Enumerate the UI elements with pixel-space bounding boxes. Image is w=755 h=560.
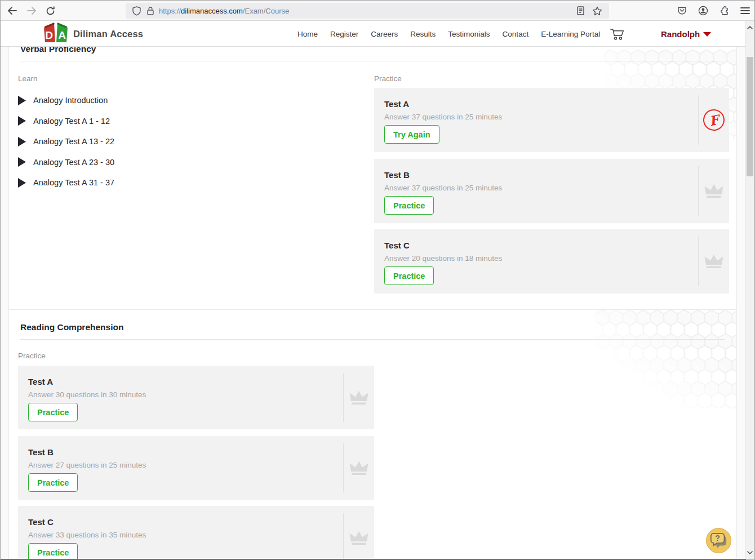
play-icon [18,137,26,146]
test-subtitle: Answer 37 questions in 25 minutes [384,184,502,192]
scrollbar-thumb[interactable] [747,57,753,176]
page-content: Verbal Proficiency Learn Analogy Introdu… [1,47,746,560]
url-domain: dilimanaccess.com [181,7,243,15]
practice-button[interactable]: Practice [384,196,434,215]
test-subtitle: Answer 33 questions in 35 minutes [28,531,146,539]
card-side-panel [343,506,374,560]
cart-icon[interactable] [610,27,627,43]
divider [20,61,725,61]
test-title: Test C [384,241,410,250]
nav-contact[interactable]: Contact [503,30,529,38]
card-side-panel: F [698,88,729,152]
nav-home[interactable]: Home [297,30,318,38]
crown-icon [703,183,725,199]
practice-column-label: Practice [18,352,46,360]
try-again-button[interactable]: Try Again [384,125,439,144]
test-title: Test B [28,447,54,457]
site-header: D A Diliman Access Home Register Careers… [1,21,746,47]
browser-toolbar: https://dilimanaccess.com/Exam/Course [1,1,755,21]
url-bar[interactable]: https://dilimanaccess.com/Exam/Course [126,3,609,19]
crown-icon [348,460,370,477]
scroll-up-icon[interactable] [745,23,754,33]
test-title: Test C [28,517,54,527]
test-title: Test A [28,377,53,386]
learn-item-label: Analogy Test A 13 - 22 [33,137,114,146]
card-side-panel [343,366,374,429]
svg-text:?: ? [715,534,720,543]
card-side-panel [343,436,374,500]
back-icon[interactable] [7,6,17,15]
crown-icon [703,253,725,270]
divider [20,339,725,340]
play-icon [18,116,26,126]
chevron-down-icon [703,32,711,37]
nav-careers[interactable]: Careers [371,30,398,38]
test-subtitle: Answer 30 questions in 30 minutes [28,390,146,399]
practice-card-test-b: Test B Answer 27 questions in 25 minutes… [18,436,374,500]
learn-item-analogy-introduction[interactable]: Analogy Introduction [18,90,114,111]
honeycomb-decoration [596,310,736,408]
nav-results[interactable]: Results [410,30,436,38]
section-verbal-proficiency: Verbal Proficiency Learn Analogy Introdu… [8,47,737,351]
practice-column-label: Practice [374,74,402,83]
url-text[interactable]: https://dilimanaccess.com/Exam/Course [159,7,577,15]
learn-item-label: Analogy Test A 1 - 12 [33,117,110,126]
reload-icon[interactable] [46,6,55,16]
scroll-down-icon[interactable] [745,548,754,558]
help-button[interactable]: ? [706,528,731,553]
learn-item-label: Analogy Test A 23 - 30 [33,158,114,167]
learn-column-label: Learn [18,74,38,83]
lock-icon[interactable] [146,6,154,16]
menu-hamburger-icon[interactable] [740,7,750,15]
brand-name[interactable]: Diliman Access [73,21,143,47]
section-reading-comprehension: Reading Comprehension Practice Test A An… [8,309,737,560]
svg-text:D: D [45,29,53,41]
nav-testimonials[interactable]: Testimonials [448,30,490,38]
test-subtitle: Answer 20 questions in 18 minutes [384,254,502,263]
practice-card-test-c: Test C Answer 33 questions in 35 minutes… [18,506,374,560]
crown-icon [348,530,370,546]
card-side-panel [698,159,729,223]
practice-card-test-c: Test C Answer 20 questions in 18 minutes… [374,229,729,294]
tracking-protection-shield-icon[interactable] [132,6,141,16]
learn-item-label: Analogy Test A 31 - 37 [33,178,114,187]
practice-button[interactable]: Practice [28,473,78,492]
section-title: Verbal Proficiency [20,47,96,54]
learn-item-analogy-test-23-30[interactable]: Analogy Test A 23 - 30 [18,152,114,173]
pocket-icon[interactable] [677,6,687,15]
learn-list: Analogy Introduction Analogy Test A 1 - … [18,90,114,193]
f-grade-icon: F [700,107,726,133]
diliman-access-logo-icon[interactable]: D A [42,22,70,47]
practice-button[interactable]: Practice [28,543,78,560]
practice-button[interactable]: Practice [384,266,434,285]
test-subtitle: Answer 37 questions in 25 minutes [384,113,502,121]
account-icon[interactable] [698,6,708,16]
nav-register[interactable]: Register [330,30,358,38]
toolbar-nav-buttons [7,1,55,21]
play-icon [18,178,26,188]
crown-icon [348,389,370,406]
main-nav: Home Register Careers Results Testimonia… [297,21,600,47]
bookmark-star-icon[interactable] [592,6,602,16]
practice-card-test-b: Test B Answer 37 questions in 25 minutes… [374,159,729,223]
learn-item-analogy-test-13-22[interactable]: Analogy Test A 13 - 22 [18,131,114,152]
url-path: /Exam/Course [243,7,289,15]
learn-item-analogy-test-1-12[interactable]: Analogy Test A 1 - 12 [18,111,114,132]
extensions-puzzle-icon[interactable] [720,6,729,16]
forward-icon[interactable] [26,6,37,15]
play-icon [18,157,26,167]
play-icon [18,96,26,105]
card-side-panel [698,229,729,294]
vertical-scrollbar[interactable] [745,21,754,559]
url-scheme: https:// [159,7,181,15]
reader-mode-icon[interactable] [577,6,584,15]
practice-card-test-a: Test A Answer 30 questions in 30 minutes… [18,366,374,429]
test-title: Test B [384,170,410,180]
test-subtitle: Answer 27 questions in 25 minutes [28,461,146,469]
learn-item-analogy-test-31-37[interactable]: Analogy Test A 31 - 37 [18,172,114,193]
practice-button[interactable]: Practice [28,403,78,421]
test-title: Test A [384,99,409,109]
nav-elearning-portal[interactable]: E-Learning Portal [541,30,600,38]
user-name[interactable]: Randolph [661,29,700,39]
user-menu[interactable]: Randolph [661,21,711,47]
